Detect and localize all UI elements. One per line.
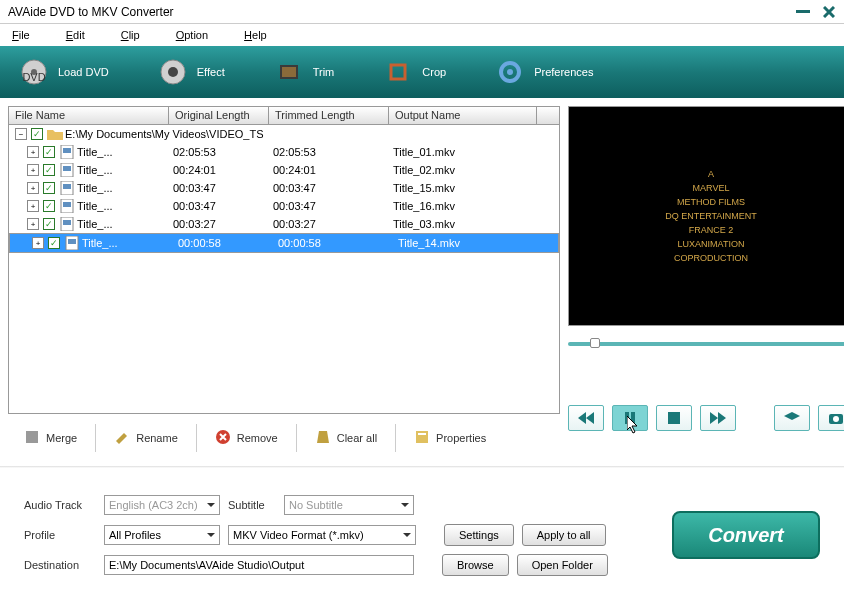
crop-icon xyxy=(384,58,412,86)
menu-file[interactable]: File xyxy=(12,29,30,41)
open-folder-button[interactable]: Open Folder xyxy=(517,554,608,576)
checkbox[interactable]: ✓ xyxy=(43,218,55,230)
trim-button[interactable]: Trim xyxy=(275,58,335,86)
svg-rect-7 xyxy=(391,65,405,79)
snapshot-button[interactable] xyxy=(818,405,844,431)
menu-clip[interactable]: Clip xyxy=(121,29,140,41)
output-name: Title_15.mkv xyxy=(389,182,537,194)
menu-help[interactable]: Help xyxy=(244,29,267,41)
subtitle-label: Subtitle xyxy=(228,499,276,511)
output-name: Title_16.mkv xyxy=(389,200,537,212)
expand-icon[interactable]: + xyxy=(27,218,39,230)
file-name: Title_... xyxy=(77,218,113,230)
action-label: Rename xyxy=(136,432,178,444)
col-filename[interactable]: File Name xyxy=(9,107,169,124)
preferences-button[interactable]: Preferences xyxy=(496,58,593,86)
clear-button[interactable]: Clear all xyxy=(301,425,391,451)
action-bar: MergeRenameRemoveClear allProperties xyxy=(8,422,560,454)
checkbox[interactable]: ✓ xyxy=(31,128,43,140)
menu-option[interactable]: Option xyxy=(176,29,208,41)
window-title: AVAide DVD to MKV Converter xyxy=(8,5,174,19)
minimize-icon[interactable] xyxy=(796,5,810,19)
checkbox[interactable]: ✓ xyxy=(43,146,55,158)
prev-button[interactable] xyxy=(568,405,604,431)
video-file-icon xyxy=(59,162,75,178)
file-row[interactable]: +✓Title_...00:03:2700:03:27Title_03.mkv xyxy=(9,215,559,233)
file-row[interactable]: +✓Title_...00:03:4700:03:47Title_16.mkv xyxy=(9,197,559,215)
effect-button[interactable]: Effect xyxy=(159,58,225,86)
file-row[interactable]: +✓Title_...02:05:5302:05:53Title_01.mkv xyxy=(9,143,559,161)
checkbox[interactable]: ✓ xyxy=(48,237,60,249)
close-icon[interactable] xyxy=(822,5,836,19)
audio-track-select[interactable]: English (AC3 2ch) xyxy=(104,495,220,515)
titlebar: AVAide DVD to MKV Converter xyxy=(0,0,844,24)
pause-button[interactable] xyxy=(612,405,648,431)
seek-slider[interactable] xyxy=(568,336,844,352)
expand-icon[interactable]: + xyxy=(27,164,39,176)
menu-edit[interactable]: Edit xyxy=(66,29,85,41)
subtitle-select[interactable]: No Subtitle xyxy=(284,495,414,515)
svg-rect-25 xyxy=(418,433,426,435)
orig-length: 00:03:47 xyxy=(169,182,269,194)
col-origlen[interactable]: Original Length xyxy=(169,107,269,124)
checkbox[interactable]: ✓ xyxy=(43,182,55,194)
folder-icon xyxy=(47,126,63,142)
remove-button[interactable]: Remove xyxy=(201,425,292,451)
col-trimlen[interactable]: Trimmed Length xyxy=(269,107,389,124)
col-output[interactable]: Output Name xyxy=(389,107,537,124)
trim-length: 00:24:01 xyxy=(269,164,389,176)
crop-button[interactable]: Crop xyxy=(384,58,446,86)
apply-to-all-button[interactable]: Apply to all xyxy=(522,524,606,546)
load-dvd-button[interactable]: DVD Load DVD xyxy=(20,58,109,86)
video-file-icon xyxy=(59,144,75,160)
seek-thumb[interactable] xyxy=(590,338,600,348)
file-name: Title_... xyxy=(77,200,113,212)
expand-icon[interactable]: + xyxy=(27,200,39,212)
output-name: Title_01.mkv xyxy=(389,146,537,158)
next-button[interactable] xyxy=(700,405,736,431)
expand-icon[interactable]: + xyxy=(27,146,39,158)
action-label: Remove xyxy=(237,432,278,444)
trim-length: 02:05:53 xyxy=(269,146,389,158)
trim-length: 00:03:47 xyxy=(269,182,389,194)
svg-rect-13 xyxy=(63,166,71,171)
props-button[interactable]: Properties xyxy=(400,425,500,451)
remove-icon xyxy=(215,429,231,447)
stop-button[interactable] xyxy=(656,405,692,431)
merge-button[interactable]: Merge xyxy=(10,425,91,451)
profile-format-select[interactable]: MKV Video Format (*.mkv) xyxy=(228,525,416,545)
snapshot-folder-button[interactable] xyxy=(774,405,810,431)
destination-input[interactable] xyxy=(104,555,414,575)
destination-label: Destination xyxy=(24,559,96,571)
svg-rect-27 xyxy=(631,412,635,424)
checkbox[interactable]: ✓ xyxy=(43,164,55,176)
browse-button[interactable]: Browse xyxy=(442,554,509,576)
svg-rect-17 xyxy=(63,202,71,207)
file-row[interactable]: +✓Title_...00:24:0100:24:01Title_02.mkv xyxy=(9,161,559,179)
merge-icon xyxy=(24,429,40,447)
profile-label: Profile xyxy=(24,529,96,541)
video-file-icon xyxy=(59,180,75,196)
file-row[interactable]: +✓Title_...00:00:5800:00:58Title_14.mkv xyxy=(9,233,559,253)
menubar: File Edit Clip Option Help xyxy=(0,24,844,46)
convert-button[interactable]: Convert xyxy=(672,511,820,559)
trim-length: 00:03:47 xyxy=(269,200,389,212)
audio-track-label: Audio Track xyxy=(24,499,96,511)
file-row[interactable]: +✓Title_...00:03:4700:03:47Title_15.mkv xyxy=(9,179,559,197)
checkbox[interactable]: ✓ xyxy=(43,200,55,212)
settings-button[interactable]: Settings xyxy=(444,524,514,546)
svg-rect-6 xyxy=(282,67,296,77)
collapse-icon[interactable]: − xyxy=(15,128,27,140)
expand-icon[interactable]: + xyxy=(32,237,44,249)
file-name: Title_... xyxy=(82,237,118,249)
profile-category-select[interactable]: All Profiles xyxy=(104,525,220,545)
expand-icon[interactable]: + xyxy=(27,182,39,194)
folder-row[interactable]: −✓E:\My Documents\My Videos\VIDEO_TS xyxy=(9,125,559,143)
video-file-icon xyxy=(59,216,75,232)
props-icon xyxy=(414,429,430,447)
svg-rect-28 xyxy=(668,412,680,424)
file-name: Title_... xyxy=(77,146,113,158)
trim-label: Trim xyxy=(313,66,335,78)
playback-controls xyxy=(568,402,844,434)
rename-button[interactable]: Rename xyxy=(100,425,192,451)
